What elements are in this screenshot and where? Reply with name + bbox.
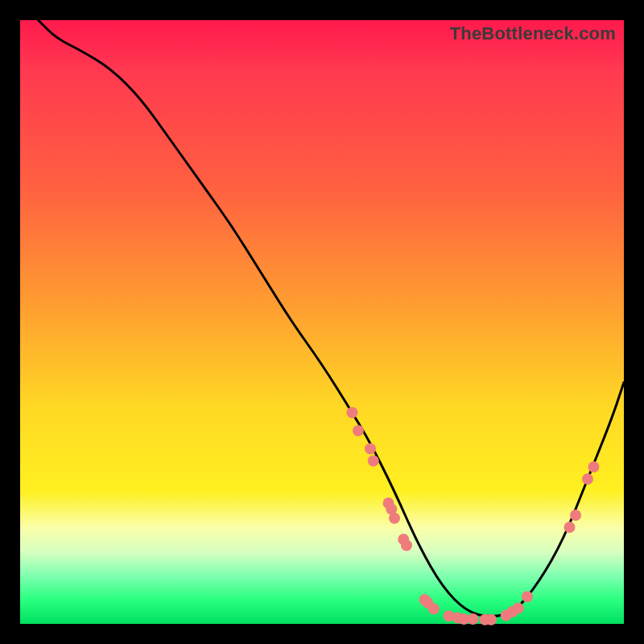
- data-point: [368, 456, 379, 467]
- data-point: [582, 473, 593, 485]
- data-point: [485, 614, 497, 625]
- curve-svg: [20, 20, 624, 624]
- data-point: [347, 407, 358, 419]
- data-point: [588, 461, 600, 473]
- plot-area: TheBottleneck.com: [20, 20, 624, 624]
- data-point: [570, 510, 581, 521]
- data-point: [401, 540, 412, 551]
- data-point: [353, 425, 364, 436]
- chart-frame: TheBottleneck.com: [0, 0, 644, 644]
- data-point: [564, 522, 576, 533]
- bottleneck-curve: [39, 20, 625, 617]
- data-point: [513, 603, 524, 614]
- data-points-group: [347, 407, 600, 625]
- data-point: [428, 603, 440, 614]
- data-point: [365, 444, 376, 455]
- data-point: [468, 613, 479, 625]
- data-point: [389, 513, 400, 524]
- data-point: [522, 591, 533, 602]
